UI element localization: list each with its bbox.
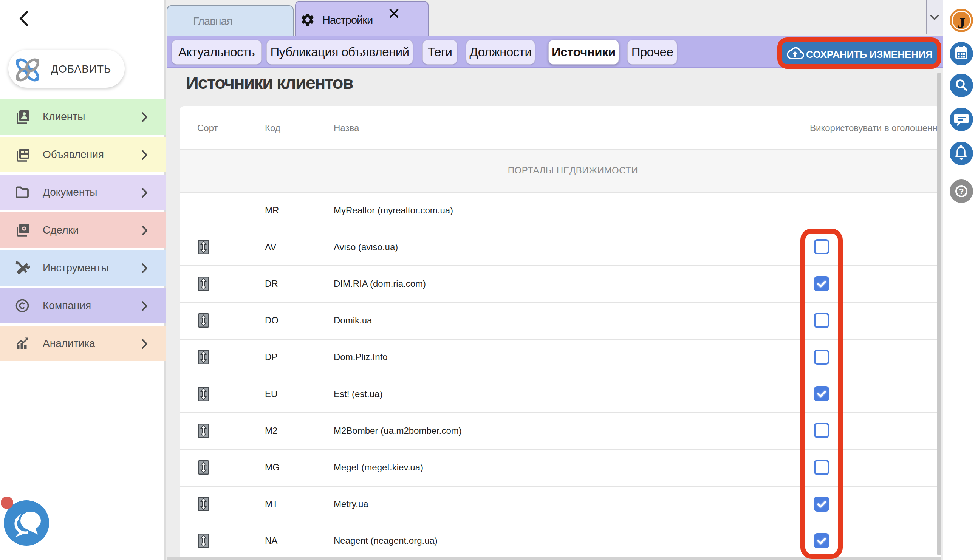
svg-text:?: ? — [959, 187, 964, 196]
